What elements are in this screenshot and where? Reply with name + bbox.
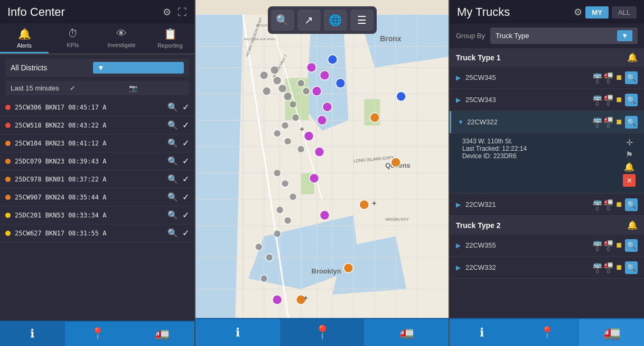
alert-text: 25CW627 BKN17 08:31:55 A	[15, 230, 163, 237]
alert-row-25cw907[interactable]: 25CW907 BKN24 08:35:44 A 🔍 ✓	[0, 188, 194, 206]
alert-text: 25DC079 BKN23 08:39:43 A	[15, 158, 163, 165]
alert-search-icon[interactable]: 🔍	[167, 210, 178, 220]
truck-crosshair-btn[interactable]: ✛	[623, 138, 636, 148]
truck-row-22cw322[interactable]: ▼ 22CW322 🚌 0 🚛 0 ■ 🔍	[450, 111, 644, 133]
truck-row-22cw321[interactable]: ▶ 22CW321 🚌 0 🚛 0 ■ 🔍	[450, 194, 644, 216]
alert-check-icon[interactable]: ✓	[182, 228, 189, 238]
settings-icon[interactable]: ⚙	[163, 6, 171, 18]
alert-search-icon[interactable]: 🔍	[167, 138, 178, 148]
right-nav-truck[interactable]: 🚛	[579, 319, 644, 346]
truck-stat-truck: 🚛 0	[604, 197, 613, 212]
left-nav-info[interactable]: ℹ	[0, 322, 65, 346]
alert-check-icon[interactable]: ✓	[182, 174, 189, 184]
alert-search-icon[interactable]: 🔍	[167, 174, 178, 184]
svg-point-55	[297, 145, 305, 153]
truck-row-22cw332[interactable]: ▶ 22CW332 🚌 0 🚛 0 ■ 🔍	[450, 257, 644, 279]
svg-point-45	[278, 84, 287, 93]
right-nav-location[interactable]: 📍	[515, 319, 580, 346]
truck-id-22cw332: 22CW332	[465, 263, 590, 271]
alert-check-icon[interactable]: ✓	[182, 120, 189, 130]
alert-dot	[5, 141, 11, 146]
alert-check-icon[interactable]: ✓	[182, 138, 189, 148]
right-header-controls: ⚙ MY ALL	[574, 6, 637, 19]
my-trucks-title: My Trucks	[457, 5, 510, 19]
right-nav-info[interactable]: ℹ	[450, 319, 515, 346]
svg-text:Brooklyn: Brooklyn	[312, 267, 341, 275]
map-share-btn[interactable]: ↗	[297, 10, 321, 31]
map-area[interactable]: HENRY HUDSON PKWY W SIDE HWY 7 LONG ISLA…	[195, 0, 449, 346]
truck-bell-btn[interactable]: 🔔	[623, 162, 636, 172]
alert-row-25dc978[interactable]: 25DC978 BKN01 08:37:22 A 🔍 ✓	[0, 170, 194, 188]
svg-point-70	[304, 131, 314, 141]
truck-icons-25cw343: 🚌 0 🚛 0 ■ 🔍	[593, 93, 638, 107]
truck-address: 3343 W. 110th St.	[462, 138, 527, 145]
svg-point-69	[318, 115, 327, 125]
svg-point-46	[263, 87, 271, 95]
district-dropdown[interactable]: All Districts ▼	[5, 59, 189, 77]
svg-point-64	[260, 275, 268, 283]
truck-row-25cw345[interactable]: ▶ 25CW345 🚌 0 🚛 0 ■ 🔍	[450, 67, 644, 89]
truck-search-btn-22cw321[interactable]: 🔍	[625, 198, 638, 211]
truck-stop-btn[interactable]: ✕	[623, 174, 636, 187]
alert-check-icon[interactable]: ✓	[182, 102, 189, 112]
btn-all[interactable]: ALL	[612, 6, 637, 19]
alert-check-icon[interactable]: ✓	[182, 210, 189, 220]
center-nav-truck[interactable]: 🚛	[364, 319, 449, 346]
svg-point-66	[320, 70, 330, 80]
expand-icon[interactable]: ⛶	[178, 6, 187, 18]
tab-reporting[interactable]: 📋 Reporting	[146, 23, 194, 53]
truck-search-btn-25cw343[interactable]: 🔍	[625, 94, 638, 106]
alert-row-25cw627[interactable]: 25CW627 BKN17 08:31:55 A 🔍 ✓	[0, 224, 194, 242]
truck-type-1-icon: 🔔	[627, 52, 638, 62]
group-by-select[interactable]: Truck Type ▼	[490, 28, 638, 44]
tab-kpis[interactable]: ⏱ KPIs	[49, 23, 97, 53]
svg-point-58	[290, 193, 297, 201]
tab-alerts[interactable]: 🔔 Alerts	[0, 23, 49, 53]
map-menu-btn[interactable]: ☰	[350, 10, 374, 31]
filter-check-icon[interactable]: ✓	[70, 84, 125, 92]
center-nav-info[interactable]: ℹ	[195, 319, 280, 346]
truck-search-btn-22cw355[interactable]: 🔍	[625, 239, 638, 252]
alert-row-25cw104[interactable]: 25CW104 BKN23 08:41:12 A 🔍 ✓	[0, 134, 194, 152]
alert-row-25cw518[interactable]: 25CW518 BKN22 08:43:22 A 🔍 ✓	[0, 116, 194, 134]
alert-search-icon[interactable]: 🔍	[167, 192, 178, 202]
truck-id-25cw343: 25CW343	[465, 96, 590, 104]
right-settings-icon[interactable]: ⚙	[574, 6, 582, 18]
alert-search-icon[interactable]: 🔍	[167, 156, 178, 166]
tab-kpis-label: KPIs	[67, 42, 79, 48]
truck-search-btn-25cw345[interactable]: 🔍	[625, 71, 638, 84]
truck-row-22cw355[interactable]: ▶ 22CW355 🚌 0 🚛 0 ■ 🔍	[450, 234, 644, 257]
truck-flag-btn[interactable]: ⚑	[623, 150, 636, 160]
svg-point-61	[274, 230, 281, 238]
map-search-btn[interactable]: 🔍	[271, 10, 294, 31]
alert-text: 25CW306 BKN17 08:45:17 A	[15, 104, 163, 111]
alert-row-25dc201[interactable]: 25DC201 BKN53 08:33:34 A 🔍 ✓	[0, 206, 194, 224]
alert-search-icon[interactable]: 🔍	[167, 228, 178, 238]
svg-point-43	[270, 66, 279, 74]
btn-my[interactable]: MY	[585, 6, 609, 19]
truck-search-btn-22cw332[interactable]: 🔍	[625, 261, 638, 274]
truck-icons-22cw332: 🚌 0 🚛 0 ■ 🔍	[593, 260, 638, 275]
alert-row-25dc079[interactable]: 25DC079 BKN23 08:39:43 A 🔍 ✓	[0, 152, 194, 170]
alert-check-icon[interactable]: ✓	[182, 192, 189, 202]
truck-row-25cw343[interactable]: ▶ 25CW343 🚌 0 🚛 0 ■ 🔍	[450, 89, 644, 111]
svg-point-74	[273, 295, 282, 305]
alert-text: 25DC978 BKN01 08:37:22 A	[15, 176, 163, 183]
alert-check-icon[interactable]: ✓	[182, 156, 189, 166]
alert-text: 25CW518 BKN22 08:43:22 A	[15, 122, 163, 129]
left-nav-truck[interactable]: 🚛	[129, 322, 194, 346]
left-nav-location[interactable]: 📍	[65, 322, 130, 346]
center-nav-location[interactable]: 📍	[280, 319, 365, 346]
alert-search-icon[interactable]: 🔍	[167, 102, 178, 112]
truck-expand-arrow: ▶	[456, 264, 462, 271]
alert-search-icon[interactable]: 🔍	[167, 120, 178, 130]
svg-text:+: +	[304, 294, 308, 302]
map-globe-btn[interactable]: 🌐	[324, 10, 347, 31]
alert-text: 25CW907 BKN24 08:35:44 A	[15, 194, 163, 201]
alert-row-25cw306[interactable]: 25CW306 BKN17 08:45:17 A 🔍 ✓	[0, 98, 194, 116]
filter-camera-icon[interactable]: 📷	[129, 84, 184, 92]
svg-point-56	[274, 169, 281, 177]
truck-search-btn-22cw322[interactable]: 🔍	[625, 116, 638, 129]
tab-investigate[interactable]: 👁 Investigate	[97, 23, 146, 53]
left-bottom-nav: ℹ 📍 🚛	[0, 321, 194, 346]
